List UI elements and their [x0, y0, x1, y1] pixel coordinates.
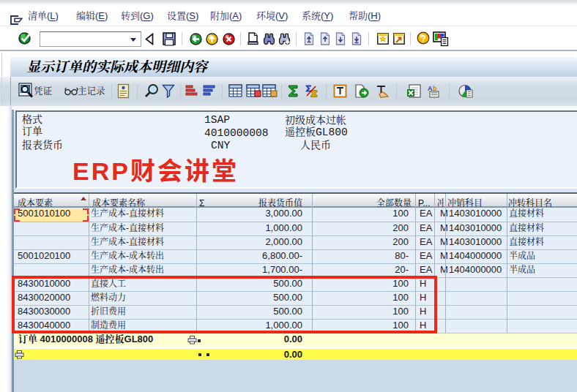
svg-text:?: ?: [420, 34, 426, 44]
